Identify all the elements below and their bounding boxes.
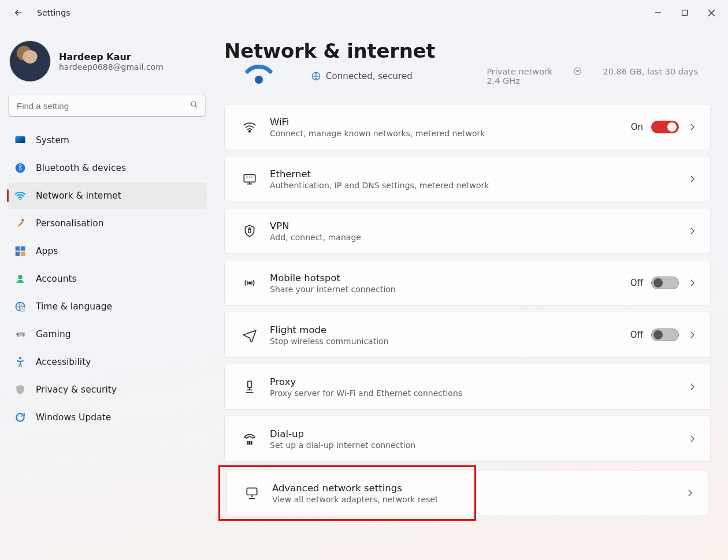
svg-point-26: [247, 443, 248, 445]
sidebar-item-apps[interactable]: Apps: [7, 238, 207, 264]
card-wifi[interactable]: WiFi Connect, manage known networks, met…: [224, 104, 711, 150]
globe-clock-icon: [14, 300, 27, 313]
window-minimize-button[interactable]: [645, 2, 671, 23]
hotspot-state-label: Off: [630, 278, 643, 288]
chevron-right-icon: [687, 226, 697, 236]
globe-secure-icon: [311, 71, 321, 81]
sidebar-item-label: Accounts: [36, 274, 77, 284]
bluetooth-icon: [14, 162, 27, 174]
apps-icon: [14, 245, 27, 257]
sidebar-item-label: Apps: [36, 246, 58, 256]
card-title: Advanced network settings: [272, 483, 685, 494]
card-dialup[interactable]: Dial-up Set up a dial-up internet connec…: [224, 416, 711, 462]
card-hotspot[interactable]: Mobile hotspot Share your internet conne…: [224, 260, 711, 306]
content-area: Network & internet Connected, secured Pr…: [214, 25, 728, 560]
chevron-right-icon: [685, 488, 695, 498]
svg-point-21: [248, 282, 250, 283]
search-input[interactable]: [8, 95, 206, 117]
svg-point-14: [23, 334, 24, 335]
svg-point-16: [255, 76, 263, 84]
search-field[interactable]: [8, 95, 206, 117]
hotspot-toggle[interactable]: [651, 277, 679, 289]
sidebar-item-privacy[interactable]: Privacy & security: [7, 376, 207, 403]
hotspot-icon: [237, 275, 262, 290]
private-network-text: Private network: [486, 67, 552, 76]
user-name: Hardeep Kaur: [59, 51, 164, 62]
sidebar-item-time-language[interactable]: Time & language: [7, 293, 207, 320]
wifi-icon: [14, 189, 27, 202]
card-title: Proxy: [270, 376, 687, 387]
sidebar-item-accessibility[interactable]: Accessibility: [7, 349, 207, 375]
app-title: Settings: [37, 8, 70, 17]
sidebar-item-bluetooth[interactable]: Bluetooth & devices: [7, 155, 207, 181]
sidebar-item-accounts[interactable]: Accounts: [7, 266, 207, 292]
card-subtitle: Proxy server for Wi-Fi and Ethernet conn…: [270, 389, 687, 398]
window-maximize-button[interactable]: [671, 2, 698, 23]
sidebar-item-label: Bluetooth & devices: [36, 163, 126, 173]
sidebar-item-gaming[interactable]: Gaming: [7, 321, 207, 348]
card-subtitle: Connect, manage known networks, metered …: [270, 129, 631, 138]
svg-point-27: [249, 443, 250, 445]
proxy-icon: [237, 379, 262, 394]
update-icon: [14, 411, 27, 424]
card-ethernet[interactable]: Ethernet Authentication, IP and DNS sett…: [224, 156, 711, 202]
page-title: Network & internet: [224, 39, 711, 62]
nav: System Bluetooth & devices Network & int…: [7, 127, 207, 431]
sidebar-item-label: Network & internet: [36, 191, 121, 201]
card-subtitle: Set up a dial-up internet connection: [270, 440, 687, 450]
wifi-status-icon: [242, 65, 276, 88]
chevron-right-icon: [687, 382, 697, 392]
sidebar-item-update[interactable]: Windows Update: [7, 404, 207, 431]
advanced-network-icon: [240, 486, 264, 501]
card-subtitle: View all network adapters, network reset: [272, 495, 685, 504]
sidebar-item-system[interactable]: System: [7, 127, 207, 154]
svg-rect-9: [21, 252, 25, 256]
card-advanced-network[interactable]: Advanced network settings View all netwo…: [226, 470, 708, 516]
svg-rect-22: [248, 381, 252, 387]
card-title: WiFi: [270, 117, 631, 128]
highlight-advanced: Advanced network settings View all netwo…: [224, 468, 711, 518]
paintbrush-icon: [14, 217, 27, 230]
dialup-phone-icon: [237, 431, 262, 446]
flight-toggle[interactable]: [651, 328, 679, 341]
ethernet-icon: [237, 171, 262, 186]
wifi-state-label: On: [631, 122, 643, 132]
card-flight-mode[interactable]: Flight mode Stop wireless communication …: [224, 312, 711, 358]
chevron-right-icon: [687, 278, 697, 288]
svg-rect-7: [21, 247, 25, 251]
svg-point-1: [191, 102, 196, 106]
maximize-icon: [681, 9, 688, 16]
sidebar-item-network[interactable]: Network & internet: [7, 182, 207, 209]
svg-point-24: [249, 442, 250, 443]
shield-icon: [14, 383, 27, 396]
back-button[interactable]: [7, 1, 30, 24]
card-subtitle: Add, connect, manage: [270, 233, 687, 242]
card-title: Ethernet: [270, 169, 687, 180]
svg-point-25: [251, 442, 252, 443]
user-email: hardeep0688@gmail.com: [59, 62, 164, 72]
svg-point-23: [247, 442, 248, 443]
sidebar-item-personalisation[interactable]: Personalisation: [7, 210, 207, 237]
back-arrow-icon: [13, 8, 24, 18]
airplane-icon: [237, 327, 262, 342]
vpn-shield-icon: [237, 223, 262, 238]
card-title: Flight mode: [270, 324, 630, 335]
card-vpn[interactable]: VPN Add, connect, manage: [224, 208, 711, 254]
card-proxy[interactable]: Proxy Proxy server for Wi-Fi and Etherne…: [224, 364, 711, 410]
avatar: [9, 40, 51, 82]
card-title: Dial-up: [270, 428, 687, 439]
card-subtitle: Share your internet connection: [270, 285, 630, 294]
connected-text: Connected, secured: [326, 71, 413, 81]
sidebar-item-label: Windows Update: [36, 412, 111, 423]
freq-text: 2.4 GHz: [486, 76, 552, 85]
sidebar-item-label: System: [36, 135, 69, 145]
svg-rect-29: [247, 488, 257, 495]
chevron-right-icon: [687, 434, 697, 444]
window-close-button[interactable]: [698, 2, 725, 23]
user-block[interactable]: Hardeep Kaur hardeep0688@gmail.com: [7, 36, 207, 92]
close-icon: [708, 9, 715, 17]
wifi-toggle[interactable]: [651, 121, 679, 133]
card-title: Mobile hotspot: [270, 272, 630, 283]
connection-status-row: Connected, secured Private network 2.4 G…: [224, 65, 711, 96]
svg-rect-20: [248, 230, 251, 233]
